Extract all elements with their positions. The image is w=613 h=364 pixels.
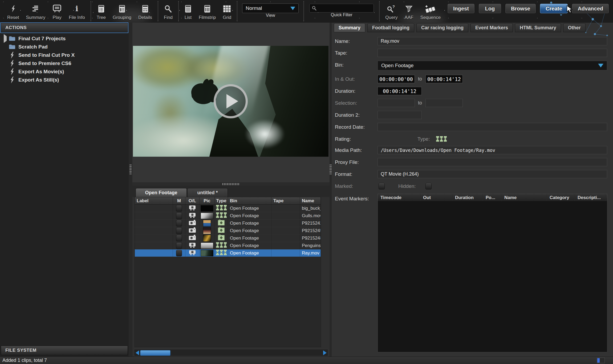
em-column-header-out[interactable]: Out bbox=[420, 194, 452, 201]
proxy-file-field[interactable] bbox=[377, 158, 607, 166]
selection-in-field[interactable] bbox=[377, 99, 415, 107]
log-button[interactable]: Log bbox=[479, 4, 501, 13]
tab-event-markers[interactable]: Event Markers bbox=[470, 23, 513, 32]
cell-m bbox=[173, 205, 185, 212]
tool-filmstrip[interactable]: Filmstrip bbox=[199, 0, 216, 20]
marked-checkbox[interactable] bbox=[176, 235, 182, 241]
tab-other[interactable]: Other bbox=[563, 23, 586, 32]
marked-checkbox[interactable] bbox=[176, 205, 182, 212]
file-system-panel-header[interactable]: FILE SYSTEM bbox=[1, 346, 128, 355]
scrollbar-thumb[interactable] bbox=[140, 350, 170, 356]
column-header-m[interactable]: M bbox=[173, 197, 185, 204]
em-column-header-descripti[interactable]: Descripti... bbox=[575, 194, 606, 201]
tab-car-racing-logging[interactable]: Car racing logging bbox=[416, 23, 468, 32]
tool-list[interactable]: List bbox=[184, 0, 192, 20]
bin-dropdown[interactable]: Open Footage bbox=[377, 61, 607, 70]
table-row[interactable]: Open FootageRay.mov bbox=[135, 249, 321, 257]
sidebar-item-export-as-movie-s[interactable]: Export As Movie(s) bbox=[0, 67, 129, 76]
table-row[interactable]: Open FootageP9215242 bbox=[135, 220, 321, 227]
film-icon bbox=[216, 249, 227, 257]
bin-tab-open-footage[interactable]: Open Footage bbox=[136, 188, 187, 197]
sidebar-splitter[interactable] bbox=[129, 23, 132, 357]
bin-tab-untitled[interactable]: untitled * bbox=[187, 188, 228, 197]
column-header-tape[interactable]: Tape bbox=[271, 197, 300, 204]
tab-html-summary[interactable]: HTML Summary bbox=[515, 23, 561, 32]
em-column-header-name[interactable]: Name bbox=[502, 194, 547, 201]
column-header-label[interactable]: Label bbox=[135, 197, 173, 204]
scroll-left-arrow-icon[interactable] bbox=[136, 350, 139, 355]
monitor-icon bbox=[52, 3, 62, 14]
column-header-name[interactable]: Name bbox=[300, 197, 321, 204]
marked-checkbox[interactable] bbox=[176, 213, 182, 219]
tool-grid[interactable]: Grid bbox=[223, 0, 231, 20]
horizontal-scrollbar[interactable] bbox=[134, 349, 328, 356]
table-row[interactable]: Open Footagebig_buck_b bbox=[135, 205, 321, 212]
tape-field[interactable] bbox=[377, 49, 607, 57]
marked-checkbox[interactable] bbox=[379, 183, 385, 189]
hidden-checkbox[interactable] bbox=[425, 183, 432, 189]
em-column-header-timecode[interactable]: Timecode bbox=[378, 194, 420, 201]
duration-field[interactable]: 00:00:14'12 bbox=[377, 87, 422, 95]
details-splitter[interactable] bbox=[330, 23, 332, 357]
cell-name: Gulls.mov bbox=[300, 212, 321, 219]
column-header-bin[interactable]: Bin bbox=[228, 197, 271, 204]
media-path-field[interactable]: /Users/Dave/Downloads/Open Footage/Ray.m… bbox=[377, 146, 607, 154]
sidebar-item-send-to-premiere-cs6[interactable]: Send to Premiere CS6 bbox=[0, 59, 129, 67]
tool-grouping[interactable]: Grouping bbox=[113, 0, 131, 20]
tool-details[interactable]: Details bbox=[138, 0, 152, 20]
tab-summary[interactable]: Summary bbox=[334, 23, 365, 32]
create-button[interactable]: Create bbox=[540, 4, 568, 13]
preview-splitter[interactable] bbox=[132, 182, 330, 186]
in-timecode-field[interactable]: 00:00:00'00 bbox=[377, 75, 415, 83]
tool-file-info[interactable]: iFile Info bbox=[69, 0, 85, 20]
format-field[interactable]: QT Movie (H.264) bbox=[377, 170, 607, 178]
out-timecode-field[interactable]: 00:00:14'12 bbox=[425, 75, 463, 83]
em-column-header-duration[interactable]: Duration bbox=[452, 194, 483, 201]
tool-sequence[interactable]: Sequence bbox=[420, 0, 441, 20]
table-row[interactable]: Open FootageGulls.mov bbox=[135, 212, 321, 220]
column-header-pic[interactable]: Pic bbox=[200, 197, 215, 204]
table-row[interactable]: Open FootageP9215245 bbox=[135, 227, 321, 234]
actions-panel-title: ACTIONS bbox=[5, 25, 27, 30]
ingest-button[interactable]: Ingest bbox=[448, 4, 474, 13]
marked-label: Marked: bbox=[335, 182, 375, 190]
marked-checkbox[interactable] bbox=[176, 250, 182, 256]
advanced-button[interactable]: Advanced bbox=[572, 4, 609, 13]
name-field[interactable]: Ray.mov bbox=[377, 37, 607, 45]
table-row[interactable]: Open FootageP9215248 bbox=[135, 234, 321, 242]
tool-query[interactable]: ?Query bbox=[385, 0, 397, 20]
quick-filter-input[interactable] bbox=[309, 4, 374, 13]
video-frame[interactable] bbox=[133, 46, 328, 157]
marked-checkbox[interactable] bbox=[176, 220, 182, 227]
record-date-field[interactable] bbox=[377, 123, 607, 131]
tool-reset[interactable]: Reset bbox=[7, 0, 19, 20]
browse-button[interactable]: Browse bbox=[505, 4, 536, 13]
play-button[interactable] bbox=[214, 84, 248, 118]
view-dropdown[interactable]: Normal bbox=[242, 3, 299, 13]
disclosure-triangle-icon[interactable] bbox=[4, 36, 7, 41]
marked-checkbox[interactable] bbox=[176, 242, 182, 249]
selection-out-field[interactable] bbox=[425, 99, 463, 107]
actions-panel-header[interactable]: ACTIONS bbox=[1, 23, 128, 33]
tool-play[interactable]: Play bbox=[52, 0, 62, 20]
dropdown-arrow-icon bbox=[598, 64, 603, 67]
tool-summary[interactable]: Summary bbox=[26, 0, 45, 20]
marked-checkbox[interactable] bbox=[176, 228, 182, 234]
sidebar-item-send-to-final-cut-pro-x[interactable]: Send to Final Cut Pro X bbox=[0, 51, 129, 59]
column-header-type[interactable]: Type bbox=[215, 197, 228, 204]
tool-tree[interactable]: Tree bbox=[97, 0, 106, 20]
duration2-field[interactable] bbox=[377, 111, 422, 119]
table-row[interactable]: Open FootagePenguins.m bbox=[135, 242, 321, 249]
scroll-right-arrow-icon[interactable] bbox=[323, 350, 327, 355]
em-column-header-category[interactable]: Category bbox=[547, 194, 575, 201]
sidebar-item-scratch-pad[interactable]: Scratch Pad bbox=[0, 43, 129, 51]
column-header-o-l[interactable]: O/L bbox=[185, 197, 200, 204]
tab-football-logging[interactable]: Football logging bbox=[367, 23, 414, 32]
tool-aaf[interactable]: AAF bbox=[405, 0, 413, 20]
sidebar-item-export-as-still-s[interactable]: Export As Still(s) bbox=[0, 76, 129, 84]
sidebar-item-final-cut-7-projects[interactable]: Final Cut 7 Projects bbox=[0, 34, 129, 43]
still-frame-icon bbox=[218, 220, 225, 227]
clip-table: LabelMO/LPicTypeBinTapeName Open Footage… bbox=[135, 197, 321, 347]
tool-find[interactable]: Find bbox=[164, 0, 173, 20]
em-column-header-po[interactable]: Po... bbox=[483, 194, 502, 201]
